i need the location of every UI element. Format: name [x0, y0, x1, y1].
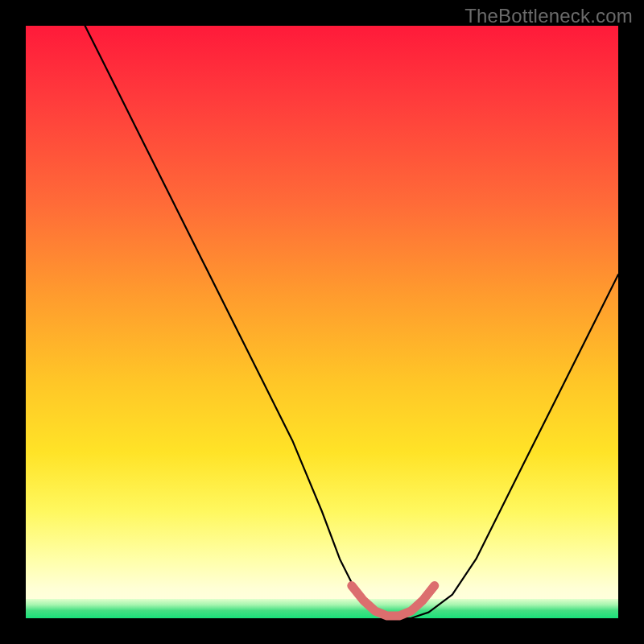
watermark-text: TheBottleneck.com [464, 5, 633, 27]
plot-area [26, 26, 618, 618]
optimal-range-marker-path [352, 586, 435, 617]
bottleneck-curve-path [85, 26, 618, 618]
bottleneck-chart-svg [26, 26, 618, 618]
chart-frame: TheBottleneck.com [0, 0, 644, 644]
